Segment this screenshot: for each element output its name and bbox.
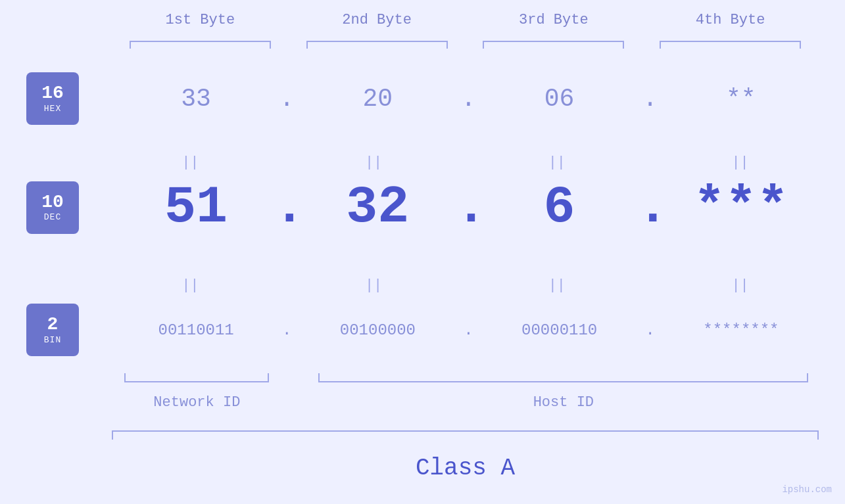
eq2-b4: || <box>662 277 819 294</box>
hex-byte2: 20 <box>300 85 455 113</box>
top-bracket-4 <box>660 41 801 49</box>
main-layout: 1st Byte 2nd Byte 3rd Byte 4th Byte 16 H… <box>0 0 845 504</box>
hex-base-label: HEX <box>44 104 61 114</box>
hex-values: 33 . 20 . 06 . ** <box>118 85 819 113</box>
network-bracket <box>124 373 269 382</box>
hex-byte4: ** <box>664 85 819 113</box>
eq1-b3: || <box>479 154 636 171</box>
eq1-b2: || <box>295 154 452 171</box>
byte-headers: 1st Byte 2nd Byte 3rd Byte 4th Byte <box>112 12 819 28</box>
dec-row: 10 DEC 51 . 32 . 6 . *** <box>26 177 819 237</box>
bin-dot2: . <box>456 321 482 339</box>
bottom-brackets <box>112 373 819 382</box>
bracket-cell-3 <box>466 41 642 49</box>
class-bracket-line <box>112 430 819 432</box>
equals-row-1: || || || || <box>112 154 819 171</box>
byte2-header: 2nd Byte <box>289 12 466 28</box>
hex-dot1: . <box>274 85 300 113</box>
hex-badge: 16 HEX <box>26 72 79 125</box>
host-bracket-area <box>308 373 819 382</box>
host-id-label: Host ID <box>308 394 819 411</box>
dec-byte4: *** <box>664 177 819 237</box>
class-bracket-right-tick <box>817 430 819 440</box>
class-bracket-area <box>112 430 819 432</box>
top-bracket-2 <box>306 41 448 49</box>
dec-dot3: . <box>637 177 664 237</box>
bin-dot1: . <box>274 321 300 339</box>
network-id-label: Network ID <box>112 394 282 411</box>
hex-base-number: 16 <box>41 83 64 104</box>
top-brackets <box>112 41 819 49</box>
byte1-header: 1st Byte <box>112 12 289 28</box>
dec-values: 51 . 32 . 6 . *** <box>118 177 819 237</box>
dec-dot1: . <box>274 177 300 237</box>
network-bracket-area <box>112 373 282 382</box>
dec-byte3: 6 <box>482 177 637 237</box>
bin-byte4: ******** <box>664 321 819 339</box>
dec-badge: 10 DEC <box>26 181 79 234</box>
eq1-b4: || <box>662 154 819 171</box>
dec-dot2: . <box>456 177 482 237</box>
hex-byte1: 33 <box>118 85 274 113</box>
bin-byte2: 00100000 <box>300 321 455 339</box>
bin-base-number: 2 <box>47 315 59 335</box>
hex-dot2: . <box>456 85 482 113</box>
eq2-b3: || <box>479 277 636 294</box>
bin-dot3: . <box>637 321 664 339</box>
dec-base-label: DEC <box>44 212 61 222</box>
hex-byte3: 06 <box>482 85 637 113</box>
class-bracket-left-tick <box>112 430 113 440</box>
bin-byte3: 00000110 <box>482 321 637 339</box>
dec-base-number: 10 <box>41 193 64 213</box>
top-bracket-1 <box>130 41 271 49</box>
bin-byte1: 00110011 <box>118 321 274 339</box>
host-bracket <box>318 373 808 382</box>
id-dot-spacer <box>282 394 308 411</box>
class-label: Class A <box>112 455 819 482</box>
eq2-b2: || <box>295 277 452 294</box>
bracket-cell-2 <box>289 41 466 49</box>
bin-badge: 2 BIN <box>26 304 79 356</box>
dec-byte1: 51 <box>118 177 274 237</box>
bin-base-label: BIN <box>44 335 61 345</box>
hex-dot3: . <box>637 85 664 113</box>
byte3-header: 3rd Byte <box>466 12 642 28</box>
eq2-b1: || <box>112 277 269 294</box>
bracket-cell-1 <box>112 41 289 49</box>
hex-row: 16 HEX 33 . 20 . 06 . ** <box>26 72 819 125</box>
id-labels-row: Network ID Host ID <box>112 394 819 411</box>
dec-byte2: 32 <box>300 177 455 237</box>
top-bracket-3 <box>483 41 624 49</box>
byte4-header: 4th Byte <box>642 12 819 28</box>
equals-row-2: || || || || <box>112 277 819 294</box>
eq1-b1: || <box>112 154 269 171</box>
bracket-cell-4 <box>642 41 819 49</box>
class-a-text: Class A <box>416 455 515 482</box>
watermark: ipshu.com <box>782 484 832 495</box>
bin-values: 00110011 . 00100000 . 00000110 . *******… <box>118 321 819 339</box>
bin-row: 2 BIN 00110011 . 00100000 . 00000110 . <box>26 304 819 356</box>
